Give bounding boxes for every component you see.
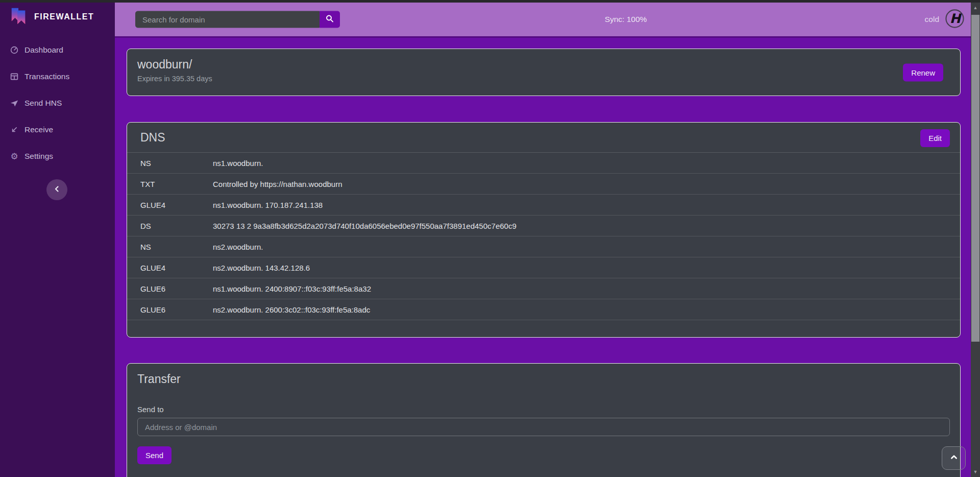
scrollbar-down-arrow[interactable]: ▼ [971, 469, 980, 474]
dns-record-value: ns2.woodburn. 2600:3c02::f03c:93ff:fe5a:… [213, 305, 370, 314]
page-scrollbar[interactable]: ▲ ▼ [971, 3, 980, 477]
dns-card-header: DNS Edit [127, 123, 960, 153]
transfer-card: Transfer Send to Send [127, 363, 961, 477]
main-content: woodburn/ Expires in 395.35 days Renew D… [115, 38, 971, 477]
transfer-address-input[interactable] [137, 418, 950, 436]
gear-icon: ⚙ [10, 152, 19, 161]
sidebar: FIREWALLET Dashboard Transactions [0, 3, 115, 477]
dns-record-type: TXT [140, 180, 213, 188]
sidebar-item-label: Dashboard [24, 45, 63, 55]
dns-record-row: GLUE6 ns2.woodburn. 2600:3c02::f03c:93ff… [127, 299, 960, 320]
dns-record-value: ns1.woodburn. [213, 159, 263, 168]
sidebar-item-receive[interactable]: Receive [0, 116, 115, 143]
dns-record-row: NS ns1.woodburn. [127, 153, 960, 174]
scrollbar-up-arrow[interactable]: ▲ [971, 5, 980, 10]
dns-records-table: NS ns1.woodburn. TXT Controlled by https… [127, 153, 960, 320]
search-icon [325, 14, 334, 25]
sidebar-item-send-hns[interactable]: Send HNS [0, 90, 115, 116]
firewallet-logo-icon [9, 6, 29, 28]
domain-summary-card: woodburn/ Expires in 395.35 days Renew [127, 49, 961, 96]
dns-record-value: Controlled by https://nathan.woodburn [213, 180, 342, 188]
search-input[interactable] [135, 11, 320, 28]
send-to-label: Send to [137, 405, 950, 414]
svg-text:H: H [950, 11, 962, 26]
domain-search [135, 11, 340, 28]
scroll-to-top-button[interactable] [942, 446, 966, 470]
receive-arrow-icon [10, 125, 19, 134]
dns-record-type: GLUE4 [140, 201, 213, 209]
dns-record-value: ns1.woodburn. 2400:8907::f03c:93ff:fe5a:… [213, 284, 371, 293]
sidebar-item-dashboard[interactable]: Dashboard [0, 37, 115, 63]
chevron-up-icon [948, 451, 960, 465]
dns-record-type: NS [140, 159, 213, 168]
dns-record-type: GLUE4 [140, 264, 213, 272]
dns-record-row: TXT Controlled by https://nathan.woodbur… [127, 174, 960, 195]
dns-record-type: NS [140, 243, 213, 251]
send-transfer-button[interactable]: Send [137, 446, 172, 464]
dns-record-row: GLUE4 ns1.woodburn. 170.187.241.138 [127, 195, 960, 216]
sidebar-item-settings[interactable]: ⚙ Settings [0, 143, 115, 170]
sidebar-item-label: Receive [24, 125, 53, 134]
edit-dns-button[interactable]: Edit [920, 129, 950, 147]
dns-record-row: GLUE4 ns2.woodburn. 143.42.128.6 [127, 257, 960, 278]
brand-name: FIREWALLET [34, 12, 94, 21]
dns-title: DNS [140, 131, 950, 145]
dashboard-icon [10, 45, 19, 55]
sidebar-nav: Dashboard Transactions Send HNS [0, 31, 115, 170]
renew-button[interactable]: Renew [903, 63, 943, 81]
wallet-name: cold [925, 15, 939, 24]
send-icon [10, 99, 19, 108]
search-button[interactable] [320, 11, 340, 28]
sidebar-collapse-button[interactable] [46, 179, 67, 200]
dns-record-value: 30273 13 2 9a3a8fb3d625d2a2073d740f10da6… [213, 222, 517, 230]
dns-record-value: ns1.woodburn. 170.187.241.138 [213, 201, 323, 209]
sync-status: Sync: 100% [605, 15, 647, 24]
dns-record-value: ns2.woodburn. 143.42.128.6 [213, 264, 310, 272]
dns-record-type: GLUE6 [140, 284, 213, 293]
topbar: Sync: 100% cold H [115, 3, 971, 38]
domain-name: woodburn/ [137, 58, 950, 71]
scrollbar-thumb[interactable] [971, 15, 979, 342]
sidebar-item-label: Transactions [24, 72, 69, 81]
chevron-left-icon [53, 184, 62, 196]
dns-record-row: NS ns2.woodburn. [127, 236, 960, 257]
sidebar-item-label: Send HNS [24, 99, 62, 108]
handshake-logo-icon[interactable]: H [945, 9, 965, 31]
brand-header[interactable]: FIREWALLET [0, 3, 115, 31]
domain-expiry: Expires in 395.35 days [137, 75, 950, 83]
dns-record-row: DS 30273 13 2 9a3a8fb3d625d2a2073d740f10… [127, 216, 960, 236]
dns-record-type: DS [140, 222, 213, 230]
sidebar-item-label: Settings [24, 152, 53, 161]
sidebar-item-transactions[interactable]: Transactions [0, 63, 115, 90]
dns-record-value: ns2.woodburn. [213, 243, 263, 251]
wallet-indicator: cold H [925, 3, 965, 36]
dns-card: DNS Edit NS ns1.woodburn. TXT Controlled… [127, 122, 961, 338]
transfer-title: Transfer [137, 372, 950, 386]
transactions-icon [10, 72, 19, 81]
dns-record-row: GLUE6 ns1.woodburn. 2400:8907::f03c:93ff… [127, 278, 960, 299]
dns-record-type: GLUE6 [140, 305, 213, 314]
